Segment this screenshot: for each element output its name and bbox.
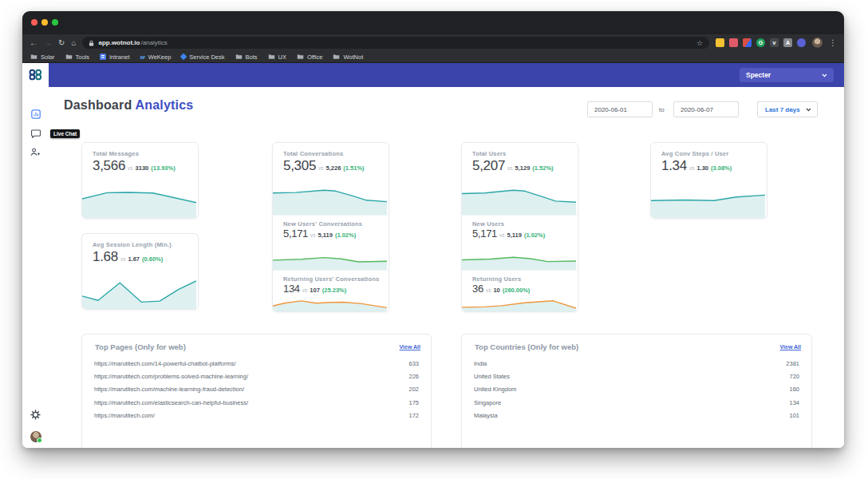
browser-titlebar: [22, 11, 844, 34]
livechat-tooltip: Live Chat: [50, 129, 80, 138]
date-from-input[interactable]: [587, 101, 653, 117]
browser-menu-icon[interactable]: ⋮: [829, 38, 837, 47]
home-icon[interactable]: ⌂: [71, 39, 76, 47]
top-page-row: https://marutitech.com/machine-learning-…: [82, 383, 431, 396]
bookmark-wotnot[interactable]: WotNot: [333, 53, 363, 61]
browser-profile-avatar[interactable]: [812, 38, 823, 48]
bookmark-bots[interactable]: Bots: [235, 53, 258, 61]
reload-icon[interactable]: ↻: [58, 39, 65, 47]
forward-icon[interactable]: →: [44, 39, 52, 47]
stat-value: 1.34: [661, 158, 687, 174]
bookmark-star-icon[interactable]: ☆: [696, 39, 703, 47]
chat-bubble-icon: [31, 129, 41, 138]
stat-value: 5,207: [472, 158, 505, 174]
stat-label: Total Conversations: [283, 150, 343, 157]
add-user-icon: [30, 148, 41, 156]
top-page-row: https://marutitech.com/172: [82, 410, 431, 422]
row-label: https://marutitech.com/: [94, 412, 155, 419]
stat-percent-change: (3.08%): [711, 164, 732, 172]
minimize-window-button[interactable]: [41, 19, 48, 26]
stat-label: New Users' Conversations: [283, 220, 362, 228]
stat-compare-value: 10: [493, 287, 499, 294]
row-label: Singapore: [474, 399, 501, 406]
bookmark-tools[interactable]: Tools: [65, 53, 90, 61]
conversations-sparkline: [273, 183, 387, 215]
sidebar-item-livechat[interactable]: [22, 129, 49, 138]
stat-vs-label: vs: [310, 232, 316, 238]
top-country-row: United States720: [462, 370, 811, 382]
returning-users-sparkline: [462, 295, 576, 311]
stat-percent-change: (13.93%): [151, 164, 175, 172]
wotnot-app: Specter Dashboard Analytics to Last 7 da…: [22, 63, 844, 448]
users-stat: Total Users5,207vs5,129(1.52%): [462, 143, 578, 215]
top-country-row: Singapore134: [462, 396, 811, 409]
discord-extension-icon[interactable]: [797, 38, 806, 47]
top-countries-rows: India2381United States720United Kingdom1…: [462, 357, 811, 422]
bookmark-intranet[interactable]: Intranet: [100, 53, 129, 61]
workspace-name: Specter: [746, 71, 771, 79]
pocket-extension-icon[interactable]: v: [770, 38, 779, 47]
returning-users-stat: Returning Users36vs10(260.00%): [462, 270, 578, 311]
session-stat: Avg Session Length (Min.)1.68vs1.67(0.60…: [82, 234, 198, 309]
workspace-dropdown[interactable]: Specter: [740, 68, 834, 82]
stat-compare-value: 1.67: [128, 255, 140, 263]
row-value: 633: [408, 360, 419, 367]
stat-label: New Users: [472, 220, 504, 228]
stat-vs-label: vs: [486, 287, 491, 293]
wekeep-icon: w: [140, 53, 144, 61]
stat-percent-change: (1.51%): [343, 164, 364, 172]
chevron-down-icon: [822, 73, 827, 77]
stat-value: 5,171: [472, 228, 497, 240]
sidebar-item-users[interactable]: [22, 148, 49, 156]
bookmark-wekeep[interactable]: wWeKeep: [140, 53, 171, 61]
bookmark-ux[interactable]: UX: [268, 53, 286, 61]
close-window-button[interactable]: [31, 19, 37, 26]
returning-conversations-stat: Returning Users' Conversations134vs107(2…: [273, 270, 389, 311]
bookmark-solar[interactable]: Solar: [30, 53, 55, 61]
url-host: app.wotnot.io: [98, 39, 140, 46]
bookmark-office[interactable]: Office: [297, 53, 322, 61]
analytics-page: Dashboard Analytics to Last 7 days Live …: [49, 87, 844, 448]
top-page-row: https://marutitech.com/elasticsearch-can…: [82, 396, 431, 409]
settings-gear-icon[interactable]: [22, 410, 49, 420]
date-to-input[interactable]: [673, 101, 739, 117]
archive-extension-icon[interactable]: A: [783, 38, 792, 47]
steps-sparkline: [651, 184, 765, 218]
stat-label: Returning Users' Conversations: [283, 275, 379, 283]
top-countries-view-all-link[interactable]: View All: [780, 344, 801, 350]
messages-stat: Total Messages3,566vs3130(13.93%): [82, 143, 198, 218]
bookmark-service-desk[interactable]: Service Desk: [181, 53, 224, 61]
stat-value: 3,566: [93, 158, 125, 174]
service-desk-icon: [180, 53, 187, 60]
row-value: 160: [789, 386, 799, 393]
bookmarks-bar: SolarToolsIntranetwWeKeepService DeskBot…: [22, 51, 844, 63]
stat-label: Total Messages: [93, 150, 139, 157]
new-users-stat: New Users5,171vs5,119(1.02%): [462, 215, 578, 270]
top-pages-view-all-link[interactable]: View All: [400, 344, 420, 350]
pen-extension-icon[interactable]: [729, 38, 738, 47]
range-preset-dropdown[interactable]: Last 7 days: [757, 101, 818, 117]
stat-value: 1.68: [93, 249, 118, 265]
bookmark-label: WotNot: [343, 53, 363, 61]
creative-extension-icon[interactable]: [743, 38, 752, 47]
stat-label: Avg Conv Steps / User: [661, 150, 728, 157]
back-icon[interactable]: ←: [30, 39, 37, 47]
chevron-down-icon: [806, 108, 811, 112]
conversations-stat: Total Conversations5,305vs5,226(1.51%): [273, 143, 389, 215]
intranet-icon: [100, 53, 106, 60]
sidebar-item-analytics[interactable]: [22, 109, 49, 119]
stat-label: Total Users: [472, 150, 507, 157]
grammarly-extension-icon[interactable]: G: [756, 38, 765, 47]
user-avatar[interactable]: [22, 431, 49, 442]
stat-vs-label: vs: [302, 287, 308, 293]
folder-icon: [30, 53, 37, 60]
stat-vs-label: vs: [507, 165, 513, 171]
address-bar[interactable]: app.wotnot.io/analytics ☆: [82, 37, 709, 49]
stat-vs-label: vs: [499, 232, 505, 238]
stat-vs-label: vs: [128, 165, 133, 171]
stat-label: Returning Users: [472, 275, 521, 283]
stat-percent-change: (1.02%): [524, 232, 545, 239]
app-sidebar: [22, 63, 49, 448]
zoom-window-button[interactable]: [52, 19, 58, 26]
notes-extension-icon[interactable]: [716, 38, 724, 47]
